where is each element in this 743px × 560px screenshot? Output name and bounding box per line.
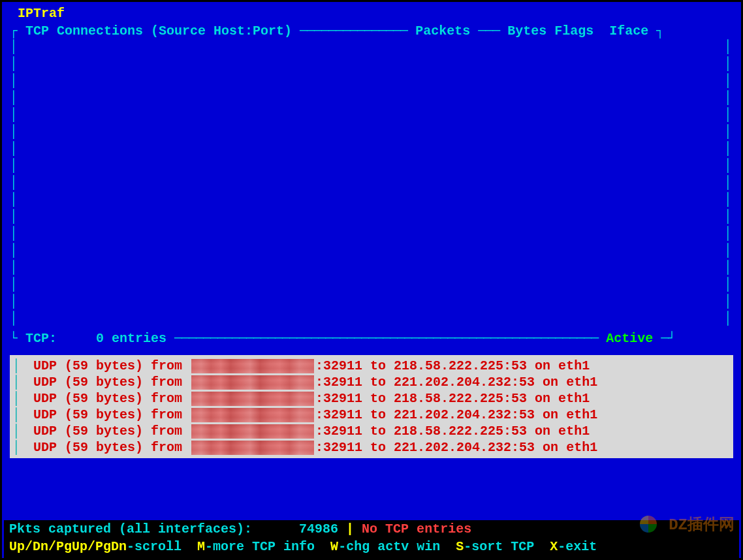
hotkey-sort-label: -sort TCP: [464, 539, 550, 554]
udp-prefix: UDP (59 bytes) from: [25, 407, 190, 422]
right-border: │││││││││││││││││: [724, 39, 732, 327]
udp-pipe-icon: │: [10, 424, 25, 439]
udp-log-panel[interactable]: │ UDP (59 bytes) from :32911 to 218.58.2…: [10, 355, 733, 458]
hotkey-bar: Up/Dn/PgUp/PgDn -scroll M -more TCP info…: [4, 538, 739, 558]
hotkey-exit-label: -exit: [558, 539, 597, 554]
tcp-header-label: TCP Connections (Source Host:Port): [18, 23, 300, 39]
udp-pipe-icon: │: [10, 407, 25, 422]
udp-pipe-icon: │: [10, 375, 25, 390]
udp-suffix: :32911 to 221.202.204.232:53 on eth1: [315, 440, 597, 455]
corner-tr-icon: ┐: [656, 23, 664, 39]
hotkey-more-label: -more TCP info: [205, 539, 330, 554]
udp-entry: │ UDP (59 bytes) from :32911 to 221.202.…: [10, 439, 733, 456]
tcp-connections-panel: ┌ TCP Connections (Source Host:Port) ───…: [10, 23, 733, 346]
captured-label: Pkts captured (all interfaces):: [9, 521, 252, 537]
udp-entry: │ UDP (59 bytes) from :32911 to 218.58.2…: [10, 423, 733, 439]
footer-line: ────────────────────────────────────────…: [174, 331, 598, 346]
udp-pipe-icon: │: [10, 358, 25, 373]
header-line-1: ───────────────: [300, 23, 407, 39]
footer-line-end: ─: [661, 331, 668, 346]
redacted-ip: [191, 375, 314, 390]
udp-pipe-icon: │: [10, 440, 25, 455]
redacted-ip: [191, 392, 314, 406]
udp-suffix: :32911 to 221.202.204.232:53 on eth1: [315, 375, 597, 390]
tcp-footer-row: └ TCP: 0 entries ───────────────────────…: [10, 331, 733, 346]
udp-prefix: UDP (59 bytes) from: [25, 375, 190, 390]
status-separator: |: [338, 521, 362, 537]
hotkey-scroll[interactable]: Up/Dn/PgUp/PgDn: [9, 539, 127, 554]
redacted-ip: [191, 441, 314, 455]
tcp-body[interactable]: │││││││││││││││││ │││││││││││││││││: [10, 39, 733, 326]
hotkey-sort[interactable]: S: [456, 539, 464, 554]
col-packets: Packets: [407, 23, 478, 39]
hotkey-scroll-label: -scroll: [127, 539, 197, 554]
corner-tl-icon: ┌: [10, 23, 18, 39]
tcp-header-row: ┌ TCP Connections (Source Host:Port) ───…: [10, 23, 733, 39]
no-tcp-label: No TCP entries: [362, 521, 471, 537]
active-label: Active: [598, 331, 661, 346]
udp-suffix: :32911 to 218.58.222.225:53 on eth1: [315, 358, 590, 373]
hotkey-win-label: -chg actv win: [338, 539, 456, 554]
status-bar: Pkts captured (all interfaces): 74986 | …: [4, 520, 739, 558]
udp-pipe-icon: │: [10, 391, 25, 406]
left-border: │││││││││││││││││: [10, 39, 18, 327]
col-flags: Flags: [554, 23, 609, 39]
redacted-ip: [191, 359, 314, 373]
col-bytes: Bytes: [499, 23, 554, 39]
corner-br-icon: ┘: [668, 331, 676, 346]
udp-suffix: :32911 to 218.58.222.225:53 on eth1: [315, 424, 590, 439]
udp-suffix: :32911 to 221.202.204.232:53 on eth1: [315, 407, 597, 422]
udp-entry: │ UDP (59 bytes) from :32911 to 218.58.2…: [10, 390, 733, 407]
corner-bl-icon: └: [10, 331, 18, 346]
app-title: IPTraf: [2, 2, 741, 23]
udp-entry: │ UDP (59 bytes) from :32911 to 221.202.…: [10, 374, 733, 390]
tcp-entries-text: entries: [104, 331, 174, 346]
udp-entry: │ UDP (59 bytes) from :32911 to 221.202.…: [10, 407, 733, 423]
hotkey-win[interactable]: W: [330, 539, 338, 554]
udp-prefix: UDP (59 bytes) from: [25, 358, 190, 373]
udp-prefix: UDP (59 bytes) from: [25, 440, 190, 455]
captured-spacer: [252, 521, 299, 537]
udp-prefix: UDP (59 bytes) from: [25, 424, 190, 439]
udp-prefix: UDP (59 bytes) from: [25, 391, 190, 406]
tcp-footer-label: TCP:: [18, 331, 96, 346]
hotkey-more[interactable]: M: [197, 539, 205, 554]
udp-suffix: :32911 to 218.58.222.225:53 on eth1: [315, 391, 590, 406]
redacted-ip: [191, 424, 314, 439]
col-iface: Iface: [609, 23, 656, 39]
tcp-entry-count: 0: [96, 331, 104, 346]
redacted-ip: [191, 408, 314, 422]
terminal-window: IPTraf ┌ TCP Connections (Source Host:Po…: [2, 2, 741, 558]
status-row-1: Pkts captured (all interfaces): 74986 | …: [4, 520, 739, 538]
captured-count: 74986: [299, 521, 338, 537]
hotkey-exit[interactable]: X: [550, 539, 558, 554]
header-line-2: ───: [478, 23, 499, 39]
udp-entry: │ UDP (59 bytes) from :32911 to 218.58.2…: [10, 358, 733, 374]
